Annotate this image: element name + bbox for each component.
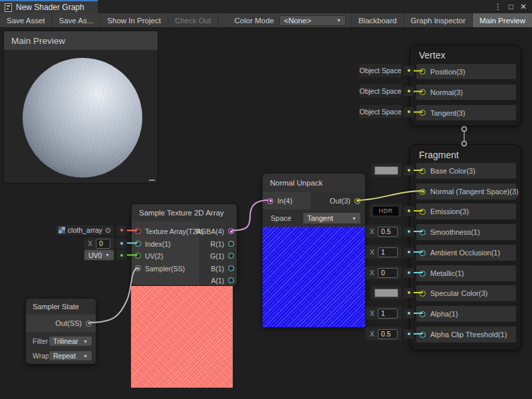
texture-object-field[interactable]: cloth_array ⊙ xyxy=(55,224,114,236)
normal-port[interactable] xyxy=(420,89,426,95)
normal-space-selector[interactable]: Object Space xyxy=(359,84,402,98)
close-icon[interactable]: ✕ xyxy=(520,3,527,11)
graph-inspector-button[interactable]: Graph Inspector xyxy=(404,13,472,27)
main-preview-panel-header[interactable]: Main Preview xyxy=(4,31,158,50)
wrap-dropdown[interactable]: Repeat ▼ xyxy=(49,350,92,361)
fragment-node[interactable]: Fragment Base Color(3) Normal (Tangent S… xyxy=(410,144,521,350)
alpha-value-field[interactable]: 1 xyxy=(378,309,398,319)
out-port[interactable] xyxy=(354,198,360,204)
metallic-port[interactable] xyxy=(420,271,426,277)
a-port[interactable] xyxy=(228,277,234,283)
index-value-widget: X0 xyxy=(84,237,126,249)
normal-unpack-node[interactable]: Normal Unpack In(4) Out(3) Space Tangent… xyxy=(262,173,366,327)
position-space-selector[interactable]: Object Space xyxy=(359,64,402,77)
alpha-clip-port[interactable] xyxy=(420,332,426,338)
resize-handle[interactable] xyxy=(149,180,155,181)
object-picker-icon[interactable]: ⊙ xyxy=(105,227,111,234)
r-port[interactable] xyxy=(228,241,234,247)
filter-dropdown[interactable]: Trilinear ▼ xyxy=(49,336,92,346)
sampler-state-output: Out(SS) xyxy=(26,315,96,332)
tab-new-shader-graph[interactable]: New Shader Graph xyxy=(0,0,98,13)
show-in-project-button[interactable]: Show In Project xyxy=(100,13,168,27)
tangent-port[interactable] xyxy=(420,110,426,116)
fragment-row-normal-ts[interactable]: Normal (Tangent Space)(3) xyxy=(416,184,516,200)
base-color-widget xyxy=(371,164,414,177)
normal-unpack-space-row: Space Tangent ▼ xyxy=(263,209,365,227)
fragment-row-smoothness[interactable]: Smoothness(1) xyxy=(416,224,516,240)
ambient-occlusion-port[interactable] xyxy=(420,250,426,256)
g-port[interactable] xyxy=(228,253,234,259)
cloth-texture-preview xyxy=(131,286,233,388)
texture-name: cloth_array xyxy=(68,226,102,234)
port-stub xyxy=(404,66,414,76)
uv-channel-widget: UV0 ▼ xyxy=(84,249,126,261)
vertex-row-normal[interactable]: Normal(3) xyxy=(416,84,516,100)
uv-channel-dropdown[interactable]: UV0 ▼ xyxy=(84,249,114,261)
uv-port[interactable] xyxy=(135,253,141,259)
fragment-row-emission[interactable]: Emission(3) xyxy=(416,203,516,219)
port-stub xyxy=(404,206,414,216)
color-swatch[interactable] xyxy=(374,289,398,297)
color-mode-value: <None> xyxy=(284,17,311,25)
position-port[interactable] xyxy=(420,68,426,74)
chevron-down-icon: ▼ xyxy=(352,216,356,221)
ambient-occlusion-value-field[interactable]: 1 xyxy=(378,247,398,257)
sample-texture-2d-array-node[interactable]: Sample Texture 2D Array Texture Array(T2… xyxy=(131,203,237,286)
index-port[interactable] xyxy=(135,241,141,247)
fragment-row-specular-color[interactable]: Specular Color(3) xyxy=(416,285,516,301)
normal-unpack-output: Out(3) xyxy=(330,192,365,209)
in-port[interactable] xyxy=(267,198,273,204)
color-mode-dropdown[interactable]: <None> ▼ xyxy=(279,15,346,26)
fragment-row-ambient-occlusion[interactable]: Ambient Occlusion(1) xyxy=(416,245,516,261)
sampler-state-node[interactable]: Sampler State Out(SS) Filter Trilinear ▼… xyxy=(25,298,96,364)
b-port[interactable] xyxy=(228,265,234,271)
chevron-down-icon: ▼ xyxy=(105,253,110,257)
port-stub xyxy=(404,166,414,176)
more-icon[interactable]: ⋮ xyxy=(494,3,502,11)
texture-array-port[interactable] xyxy=(135,228,141,234)
out-label: Out(3) xyxy=(330,197,350,205)
smoothness-label: Smoothness(1) xyxy=(430,228,480,236)
vertex-node[interactable]: Vertex Position(3) Normal(3) Tangent(3) xyxy=(410,45,521,126)
tangent-label: Tangent(3) xyxy=(430,109,466,117)
rgba-port[interactable] xyxy=(228,228,234,234)
base-color-swatch-field[interactable] xyxy=(371,164,402,177)
hdr-swatch[interactable]: HDR xyxy=(373,207,398,215)
metallic-value-field[interactable]: 0 xyxy=(378,268,398,278)
save-as-button[interactable]: Save As... xyxy=(53,13,101,27)
fragment-row-base-color[interactable]: Base Color(3) xyxy=(416,163,516,179)
fragment-row-metallic[interactable]: Metallic(1) xyxy=(416,265,516,281)
maximize-icon[interactable]: □ xyxy=(509,3,513,11)
input-uv: UV(2) xyxy=(135,250,163,261)
fragment-row-alpha[interactable]: Alpha(1) xyxy=(416,306,516,322)
space-dropdown[interactable]: Tangent ▼ xyxy=(303,212,361,224)
chevron-down-icon: ▼ xyxy=(83,339,88,344)
tangent-space-selector[interactable]: Object Space xyxy=(359,105,402,118)
out-ss-port[interactable] xyxy=(86,321,92,327)
emission-port[interactable] xyxy=(420,209,426,215)
x-label: X xyxy=(370,309,374,317)
fragment-node-title: Fragment xyxy=(419,150,459,160)
save-asset-button[interactable]: Save Asset xyxy=(0,13,53,27)
normal-ts-port[interactable] xyxy=(420,189,426,195)
main-preview-button[interactable]: Main Preview xyxy=(472,13,532,27)
smoothness-port[interactable] xyxy=(420,229,426,235)
alpha-clip-value-field[interactable]: 0.5 xyxy=(378,329,398,339)
specular-color-swatch-field[interactable] xyxy=(371,286,402,299)
uv-channel-value: UV0 xyxy=(88,251,102,259)
fragment-row-alpha-clip[interactable]: Alpha Clip Threshold(1) xyxy=(416,327,516,342)
vertex-row-tangent[interactable]: Tangent(3) xyxy=(416,105,516,120)
shader-preview-sphere[interactable] xyxy=(23,58,142,178)
blackboard-button[interactable]: Blackboard xyxy=(351,13,404,27)
specular-color-port[interactable] xyxy=(420,291,426,297)
emission-hdr-field[interactable]: HDR xyxy=(370,204,402,217)
x-label: X xyxy=(370,227,374,235)
alpha-port[interactable] xyxy=(420,311,426,317)
metallic-widget: X0 xyxy=(366,266,414,279)
index-value-field[interactable]: 0 xyxy=(96,239,110,249)
vertex-row-position[interactable]: Position(3) xyxy=(416,64,516,79)
smoothness-value-field[interactable]: 0.5 xyxy=(378,227,398,237)
base-color-port[interactable] xyxy=(420,168,426,174)
sampler-port[interactable] xyxy=(135,265,141,271)
color-swatch[interactable] xyxy=(374,166,398,175)
